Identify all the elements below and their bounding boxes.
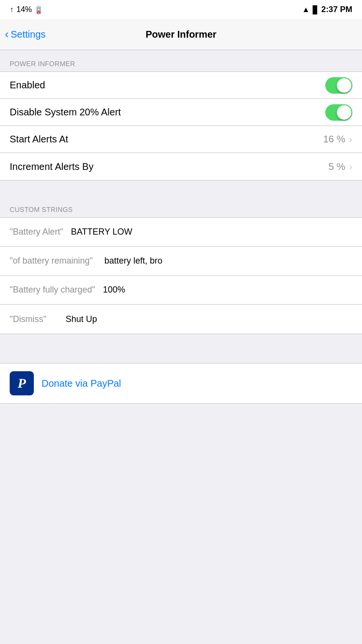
status-icons: ▲ ▊ 2:37 PM (302, 5, 352, 14)
battery-icon: 🪫 (34, 5, 43, 14)
signal-icon: ▊ (313, 5, 319, 14)
power-informer-rows: Enabled Disable System 20% Alert Start A… (0, 71, 362, 181)
back-label: Settings (11, 29, 45, 40)
custom-strings-header: CUSTOM STRINGS (0, 196, 362, 217)
disable-alert-toggle-knob (337, 105, 351, 120)
spacer-1 (0, 181, 362, 186)
increment-alerts-label: Increment Alerts By (10, 161, 329, 172)
nav-bar: ‹ Settings Power Informer (0, 19, 362, 50)
battery-alert-row[interactable]: "Battery Alert" BATTERY LOW (0, 218, 362, 247)
disable-alert-row: Disable System 20% Alert (0, 99, 362, 126)
back-chevron-icon: ‹ (5, 28, 9, 40)
enabled-toggle-knob (337, 78, 351, 93)
custom-strings-rows: "Battery Alert" BATTERY LOW "of battery … (0, 217, 362, 334)
dismiss-replacement: Shut Up (66, 314, 97, 324)
battery-alert-original: "Battery Alert" (10, 227, 63, 237)
start-alerts-value: 16 % (323, 134, 346, 145)
status-bar: ↑ 14% 🪫 ▲ ▊ 2:37 PM (0, 0, 362, 19)
battery-remaining-original: "of battery remaining" (10, 256, 93, 266)
time-display: 2:37 PM (321, 5, 352, 14)
donate-row[interactable]: P Donate via PayPal (0, 364, 362, 403)
disable-alert-label: Disable System 20% Alert (10, 107, 325, 118)
dismiss-original: "Dismiss" (10, 314, 46, 324)
dismiss-row[interactable]: "Dismiss" Shut Up (0, 305, 362, 334)
back-button[interactable]: ‹ Settings (5, 29, 45, 40)
paypal-icon: P (10, 371, 34, 395)
start-alerts-label: Start Alerts At (10, 134, 323, 145)
page-title: Power Informer (145, 29, 217, 40)
battery-remaining-row[interactable]: "of battery remaining" battery left, bro (0, 247, 362, 276)
battery-charged-original: "Battery fully charged" (10, 285, 95, 295)
increment-alerts-chevron-icon: › (349, 161, 352, 172)
start-alerts-chevron-icon: › (349, 134, 352, 145)
status-bar-left: ↑ 14% 🪫 (10, 5, 43, 14)
increment-alerts-row[interactable]: Increment Alerts By 5 % › (0, 153, 362, 180)
enabled-row: Enabled (0, 72, 362, 99)
battery-alert-replacement: BATTERY LOW (71, 227, 132, 237)
battery-remaining-replacement: battery left, bro (104, 256, 162, 266)
power-informer-header: POWER INFORMER (0, 50, 362, 71)
power-informer-section: POWER INFORMER Enabled Disable System 20… (0, 50, 362, 181)
enabled-toggle[interactable] (325, 77, 352, 94)
start-alerts-row[interactable]: Start Alerts At 16 % › (0, 126, 362, 153)
location-icon: ↑ (10, 5, 14, 14)
battery-charged-row[interactable]: "Battery fully charged" 100% (0, 276, 362, 305)
wifi-icon: ▲ (302, 5, 310, 14)
battery-charged-replacement: 100% (103, 285, 125, 295)
spacer-2 (0, 186, 362, 196)
donate-section: P Donate via PayPal (0, 363, 362, 404)
custom-strings-section: CUSTOM STRINGS "Battery Alert" BATTERY L… (0, 196, 362, 334)
disable-alert-toggle[interactable] (325, 104, 352, 121)
battery-percent: 14% (16, 5, 32, 14)
donate-label: Donate via PayPal (42, 378, 121, 389)
spacer-3 (0, 334, 362, 349)
enabled-label: Enabled (10, 80, 325, 91)
increment-alerts-value: 5 % (329, 161, 345, 172)
paypal-letter: P (17, 376, 26, 391)
